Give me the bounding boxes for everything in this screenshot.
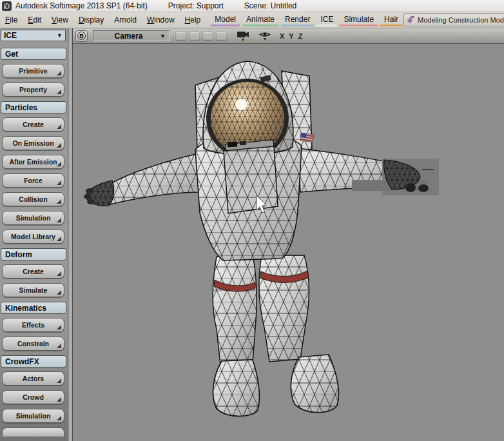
menu-file[interactable]: File: [0, 14, 23, 26]
toolbar-button-actors[interactable]: Actors: [2, 371, 64, 386]
submenu-corner-icon: [57, 416, 61, 420]
toolbar-button-label: Simulation: [16, 214, 51, 222]
group-header-label: Deform: [5, 250, 32, 259]
toolbar-button-constrain[interactable]: Constrain: [2, 337, 64, 351]
group-header-label: Particles: [5, 103, 37, 112]
axis-z-toggle[interactable]: Z: [298, 32, 303, 40]
viewport-header: B Camera ▼ ▼: [73, 28, 504, 44]
toolbar-button-stack: GetPrimitivePropertyParticlesCreateOn Em…: [0, 48, 68, 436]
toolbar-button-simulation[interactable]: Simulation: [2, 211, 64, 225]
submenu-corner-icon: [57, 162, 61, 166]
menu-ice[interactable]: ICE: [316, 14, 337, 26]
submenu-corner-icon: [57, 344, 61, 348]
window-title: Autodesk Softimage 2013 SP1 (64-bit): [15, 1, 148, 10]
camera-dropdown-caret-icon: ▼: [160, 33, 166, 39]
viewport-camera-select[interactable]: Camera ▼: [93, 30, 170, 41]
toolbar-button-label: Create: [23, 268, 44, 275]
menu-hair[interactable]: Hair: [380, 14, 402, 26]
astronaut-wireframe-model: [73, 44, 504, 441]
toolbar-button-simulate[interactable]: Simulate: [2, 283, 64, 297]
memo-cam-slot-4[interactable]: [216, 32, 227, 40]
toolbar-button-property[interactable]: Property: [2, 83, 64, 97]
toolbar-button-force[interactable]: Force: [2, 173, 64, 188]
submenu-corner-icon: [57, 143, 61, 148]
panel-resize-strip[interactable]: [68, 28, 73, 441]
group-header-label: Get: [5, 50, 18, 59]
toolbar-group-header-particles: Particles: [1, 101, 66, 113]
toolbar-button-after-emission[interactable]: After Emission: [2, 155, 64, 169]
menu-edit[interactable]: Edit: [23, 14, 46, 26]
menu-arnold[interactable]: Arnold: [109, 14, 142, 26]
menu-view[interactable]: View: [46, 14, 73, 26]
toolbar-group-header-kinematics: Kinematics: [1, 302, 66, 314]
memo-cam-slot-2[interactable]: [189, 32, 200, 40]
dropdown-caret-icon: ▼: [57, 32, 63, 39]
toolbar-button-create[interactable]: Create: [2, 117, 64, 132]
toolbar-button-effects[interactable]: Effects: [2, 318, 64, 332]
toolbar-button-collision[interactable]: Collision: [2, 192, 64, 206]
toolbar-group-header-deform: Deform: [1, 248, 66, 260]
submenu-corner-icon: [57, 181, 61, 185]
viewport-b: B Camera ▼ ▼: [73, 28, 504, 441]
toolbar-button-label: Collision: [19, 195, 47, 203]
toolbar-mode-select[interactable]: ICE ▼: [1, 30, 66, 41]
toolbar-button-label: Model Library: [11, 233, 55, 240]
memo-cam-slots: [175, 32, 227, 40]
menu-render[interactable]: Render: [281, 14, 314, 26]
camera-icon[interactable]: ▼: [236, 30, 250, 41]
toolbar-group-header-get: Get: [1, 48, 66, 60]
menu-window[interactable]: Window: [142, 14, 180, 26]
construction-mode-label: Modeling Construction Mod: [418, 16, 504, 24]
construction-mode-icon: [406, 15, 415, 24]
memo-cam-slot-3[interactable]: [202, 32, 213, 40]
title-bar: Autodesk Softimage 2013 SP1 (64-bit) Pro…: [0, 0, 504, 12]
toolbar-button-label: Create: [23, 121, 44, 128]
toolbar-button-crowd[interactable]: Crowd: [2, 390, 64, 404]
toolbar-button-label: After Emission: [9, 158, 57, 166]
scene-label: Scene: Untitled: [244, 1, 296, 10]
toolbar-button-label: Constrain: [17, 340, 49, 348]
submenu-corner-icon: [57, 271, 61, 276]
submenu-corner-icon: [57, 237, 61, 241]
eye-icon[interactable]: ▼: [259, 31, 271, 41]
toolbar-button-on-emission[interactable]: On Emission: [2, 136, 64, 150]
flag-patch: [300, 133, 313, 142]
menu-display[interactable]: Display: [73, 14, 109, 26]
app-logo-icon: [2, 1, 12, 11]
toolbar-group-header-crowdfx: CrowdFX: [1, 355, 66, 368]
submenu-corner-icon: [57, 218, 61, 222]
axis-y-toggle[interactable]: Y: [289, 32, 293, 40]
submenu-corner-icon: [57, 199, 61, 204]
viewport-pane-letter: B: [77, 32, 86, 40]
viewport-pane-button[interactable]: B: [75, 30, 88, 42]
group-header-label: Kinematics: [5, 304, 46, 313]
menu-animate[interactable]: Animate: [242, 14, 278, 26]
toolbar-button-label: Property: [19, 86, 47, 93]
viewport-canvas[interactable]: [73, 44, 504, 441]
toolbar-button-label: Simulation: [16, 412, 51, 420]
toolbar-button-label: On Emission: [12, 139, 53, 147]
toolbar-mode-value: ICE: [4, 31, 17, 40]
submenu-corner-icon: [57, 378, 61, 383]
viewport-camera-value: Camera: [115, 32, 143, 41]
toolbar-button-label: Simulate: [19, 286, 48, 294]
submenu-corner-icon: [57, 397, 61, 402]
toolbar-button-model-library[interactable]: Model Library: [2, 230, 64, 244]
menu-simulate[interactable]: Simulate: [340, 14, 378, 26]
softimage-window: Autodesk Softimage 2013 SP1 (64-bit) Pro…: [0, 0, 504, 441]
submenu-corner-icon: [57, 71, 61, 75]
submenu-corner-icon: [57, 90, 61, 94]
toolbar-button-label: Actors: [23, 375, 44, 382]
toolbar-button-simulation[interactable]: Simulation: [2, 409, 64, 423]
submenu-corner-icon: [57, 124, 61, 129]
memo-cam-slot-1[interactable]: [175, 32, 186, 40]
axis-x-toggle[interactable]: X: [280, 32, 284, 40]
toolbar-button-create[interactable]: Create: [2, 264, 64, 279]
toolbar-button-label: Force: [24, 177, 43, 184]
menu-help[interactable]: Help: [180, 14, 206, 26]
axis-toggle-group: X Y Z: [280, 32, 302, 40]
submenu-corner-icon: [57, 325, 61, 329]
construction-mode-button[interactable]: Modeling Construction Mod: [403, 13, 504, 26]
toolbar-button-primitive[interactable]: Primitive: [2, 64, 64, 78]
menu-model[interactable]: Model: [211, 14, 240, 26]
